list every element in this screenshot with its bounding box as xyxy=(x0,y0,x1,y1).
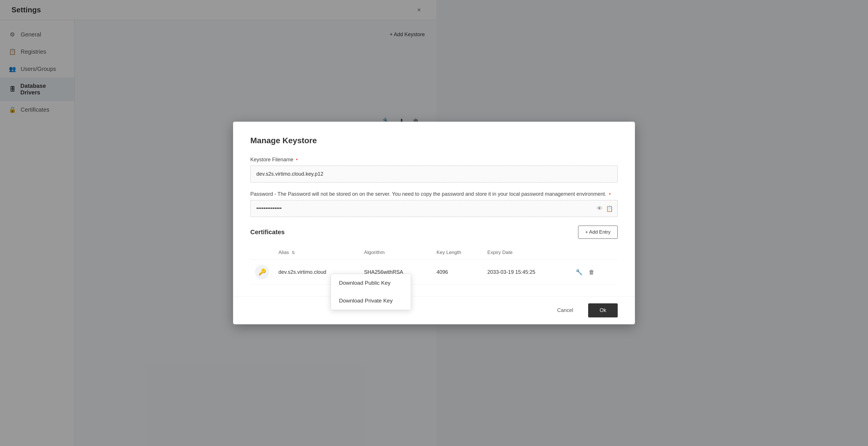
cert-key-icon: 🔑 xyxy=(255,265,269,279)
password-group: Password - The Password will not be stor… xyxy=(250,191,618,217)
table-body: 🔑 dev.s2s.virtimo.cloud SHA256withRSA 40… xyxy=(250,260,618,285)
copy-password-icon[interactable]: 📋 xyxy=(606,205,613,212)
show-password-icon[interactable]: 👁 xyxy=(597,205,602,212)
download-private-key-item[interactable]: Download Private Key xyxy=(331,292,411,310)
actions-cell: 🔧 🗑 xyxy=(569,260,618,285)
expiry-date-cell: 2033-03-19 15:45:25 xyxy=(483,260,569,285)
alias-col-label: Alias ⇅ xyxy=(274,246,360,260)
modal-body: Manage Keystore Keystore Filename • Pass… xyxy=(233,122,635,296)
keystore-filename-input[interactable] xyxy=(250,166,618,183)
algorithm-col-label: Algorithm xyxy=(360,246,432,260)
download-public-key-item[interactable]: Download Public Key xyxy=(331,274,411,292)
wrench-action-icon[interactable]: 🔧 xyxy=(576,269,583,275)
password-icons: 👁 📋 xyxy=(597,205,613,212)
certificates-section-header: Certificates + Add Entry xyxy=(250,226,618,239)
delete-action-icon[interactable]: 🗑 xyxy=(589,269,594,275)
modal-footer: Cancel Ok xyxy=(233,296,635,324)
ok-button[interactable]: Ok xyxy=(588,304,618,317)
password-required: • xyxy=(609,191,611,197)
modal-backdrop: Manage Keystore Keystore Filename • Pass… xyxy=(0,0,868,446)
password-field-wrapper: 👁 📋 xyxy=(250,200,618,217)
key-length-col-label: Key Length xyxy=(432,246,483,260)
required-indicator: • xyxy=(296,157,298,162)
cert-icon-cell: 🔑 xyxy=(250,260,274,285)
add-entry-button[interactable]: + Add Entry xyxy=(578,226,618,239)
cancel-button[interactable]: Cancel xyxy=(548,304,582,317)
key-length-cell: 4096 xyxy=(432,260,483,285)
manage-keystore-modal: Manage Keystore Keystore Filename • Pass… xyxy=(233,122,635,324)
password-input[interactable] xyxy=(250,200,618,217)
password-label: Password - The Password will not be stor… xyxy=(250,191,618,197)
modal-title: Manage Keystore xyxy=(250,136,618,145)
keystore-filename-group: Keystore Filename • xyxy=(250,157,618,183)
key-download-dropdown: Download Public Key Download Private Key xyxy=(331,274,411,310)
sort-icon[interactable]: ⇅ xyxy=(291,250,295,255)
keystore-filename-label: Keystore Filename • xyxy=(250,157,618,163)
table-row: 🔑 dev.s2s.virtimo.cloud SHA256withRSA 40… xyxy=(250,260,618,285)
actions-col-header xyxy=(569,246,618,260)
table-header: Alias ⇅ Algorithm Key Length Expiry Date xyxy=(250,246,618,260)
certificates-title: Certificates xyxy=(250,228,285,236)
alias-column-header xyxy=(250,246,274,260)
expiry-date-col-label: Expiry Date xyxy=(483,246,569,260)
certificates-table: Alias ⇅ Algorithm Key Length Expiry Date… xyxy=(250,246,618,285)
